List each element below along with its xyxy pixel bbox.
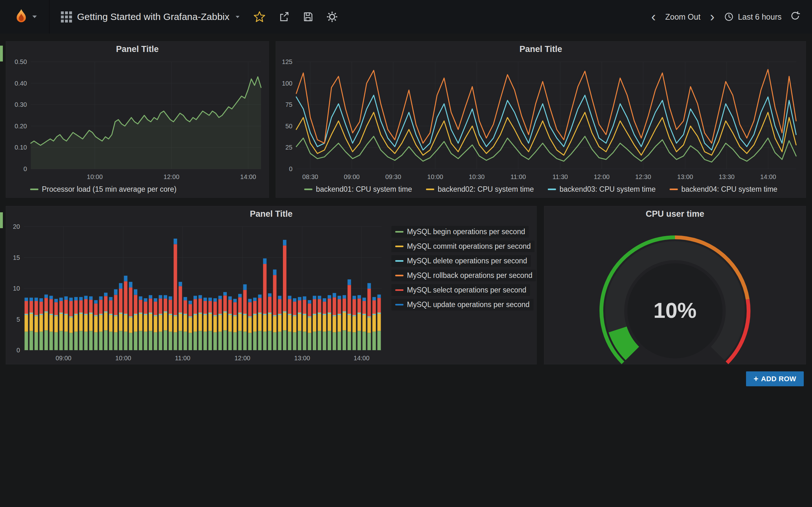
chevron-right-icon[interactable]: › [709, 10, 716, 23]
series-label: backend03: CPU system time [560, 185, 656, 193]
panel-cpu-user-time: CPU user time 10% [544, 206, 806, 364]
series-color-dash [670, 188, 678, 190]
series-color-dash [395, 245, 403, 247]
svg-text:12:00: 12:00 [235, 354, 250, 361]
series-label: MySQL update operations per second [407, 300, 530, 309]
row-toggle-tab[interactable] [0, 212, 3, 228]
chart-legend: Processor load (15 min average per core) [6, 182, 269, 196]
navbar: Getting Started with Grafana-Zabbix [0, 0, 812, 34]
legend-item[interactable]: MySQL select operations per second [392, 284, 530, 296]
legend-item[interactable]: backend04: CPU system time [670, 185, 777, 193]
svg-text:0.30: 0.30 [14, 101, 27, 108]
legend-item[interactable]: MySQL delete operations per second [392, 255, 531, 267]
series-color-dash [395, 289, 403, 291]
clock-icon [724, 12, 734, 22]
legend-item[interactable]: backend02: CPU system time [426, 185, 534, 193]
settings-button[interactable] [326, 11, 338, 22]
panel-title[interactable]: Panel Title [6, 206, 537, 222]
svg-text:5: 5 [16, 316, 20, 323]
svg-text:13:00: 13:00 [294, 354, 310, 361]
dashboard-picker[interactable]: Getting Started with Grafana-Zabbix [61, 11, 240, 22]
add-row-button[interactable]: + ADD ROW [746, 372, 804, 386]
series-label: backend01: CPU system time [316, 185, 412, 193]
refresh-icon [790, 10, 801, 21]
svg-text:50: 50 [286, 123, 293, 130]
star-icon [253, 11, 265, 23]
dashboard-title: Getting Started with Grafana-Zabbix [77, 11, 229, 22]
svg-text:09:30: 09:30 [386, 173, 401, 180]
chart-legend: backend01: CPU system timebackend02: CPU… [276, 182, 806, 196]
legend-item[interactable]: MySQL rollback operations per second [392, 270, 536, 281]
zoom-out-button[interactable]: Zoom Out [665, 12, 700, 21]
share-button[interactable] [278, 11, 290, 22]
svg-text:09:00: 09:00 [55, 354, 71, 361]
svg-text:14:00: 14:00 [354, 354, 369, 361]
mysql-operations-chart[interactable]: 0510152009:0010:0011:0012:0013:0014:00 [6, 222, 387, 364]
gear-icon [326, 11, 338, 22]
svg-text:0: 0 [23, 165, 27, 172]
cpu-user-time-gauge[interactable]: 10% [544, 222, 806, 364]
legend-item[interactable]: Processor load (15 min average per core) [30, 185, 176, 193]
svg-text:12:00: 12:00 [164, 173, 180, 180]
svg-text:09:00: 09:00 [344, 173, 360, 180]
svg-text:13:00: 13:00 [677, 173, 693, 180]
svg-text:10:00: 10:00 [115, 354, 131, 361]
series-color-dash [395, 275, 403, 276]
series-color-dash [548, 188, 556, 190]
processor-load-chart[interactable]: 00.100.200.300.400.5010:0012:0014:00 [6, 57, 269, 183]
legend-item[interactable]: backend03: CPU system time [548, 185, 656, 193]
series-color-dash [304, 188, 312, 190]
series-label: MySQL rollback operations per second [407, 271, 532, 280]
save-button[interactable] [302, 11, 314, 22]
series-color-dash [395, 231, 403, 233]
legend-item[interactable]: backend01: CPU system time [304, 185, 412, 193]
svg-text:10:30: 10:30 [469, 173, 485, 180]
svg-text:11:30: 11:30 [553, 173, 568, 180]
series-label: MySQL select operations per second [407, 286, 526, 294]
svg-text:10: 10 [13, 285, 20, 292]
caret-down-icon [32, 15, 37, 18]
svg-text:15: 15 [13, 254, 20, 261]
series-color-dash [30, 188, 38, 190]
time-range-picker[interactable]: Last 6 hours [724, 12, 781, 22]
refresh-button[interactable] [790, 10, 801, 23]
series-color-dash [395, 304, 403, 305]
series-label: MySQL commit operations per second [407, 242, 531, 250]
svg-text:08:30: 08:30 [302, 173, 318, 180]
svg-text:11:00: 11:00 [510, 173, 526, 180]
panel-mysql-operations: Panel Title 0510152009:0010:0011:0012:00… [6, 206, 537, 364]
caret-down-icon [236, 16, 240, 18]
share-icon [278, 11, 290, 22]
panel-title[interactable]: Panel Title [276, 42, 806, 57]
legend-item[interactable]: MySQL begin operations per second [392, 226, 529, 238]
svg-text:20: 20 [13, 223, 20, 230]
grafana-menu-button[interactable] [0, 0, 49, 34]
svg-text:100: 100 [282, 80, 293, 87]
svg-text:0.20: 0.20 [14, 123, 27, 130]
series-label: backend02: CPU system time [438, 185, 534, 193]
series-label: backend04: CPU system time [681, 185, 777, 193]
legend-item[interactable]: MySQL update operations per second [392, 299, 534, 311]
series-color-dash [426, 188, 434, 190]
panel-backend-cpu: Panel Title 025507510012508:3009:0009:30… [275, 41, 806, 198]
panel-title[interactable]: Panel Title [6, 42, 269, 57]
svg-text:10:00: 10:00 [87, 173, 103, 180]
legend-item[interactable]: MySQL commit operations per second [392, 240, 535, 252]
panel-processor-load: Panel Title 00.100.200.300.400.5010:0012… [6, 41, 269, 198]
star-button[interactable] [253, 11, 265, 23]
svg-text:11:00: 11:00 [175, 354, 191, 361]
plus-icon: + [754, 374, 759, 384]
svg-text:75: 75 [286, 101, 293, 108]
series-label: MySQL delete operations per second [407, 257, 527, 265]
svg-text:125: 125 [282, 58, 293, 65]
dashboard-actions [253, 11, 338, 23]
time-controls: ‹ Zoom Out › Last 6 hours [650, 10, 812, 23]
panel-title[interactable]: CPU user time [544, 206, 806, 222]
backend-cpu-chart[interactable]: 025507510012508:3009:0009:3010:0010:3011… [276, 57, 806, 183]
svg-text:0.10: 0.10 [14, 144, 27, 151]
row-toggle-tab[interactable] [0, 46, 3, 61]
save-icon [302, 11, 314, 22]
series-color-dash [395, 260, 403, 262]
svg-text:13:30: 13:30 [719, 173, 734, 180]
chevron-left-icon[interactable]: ‹ [650, 10, 657, 23]
